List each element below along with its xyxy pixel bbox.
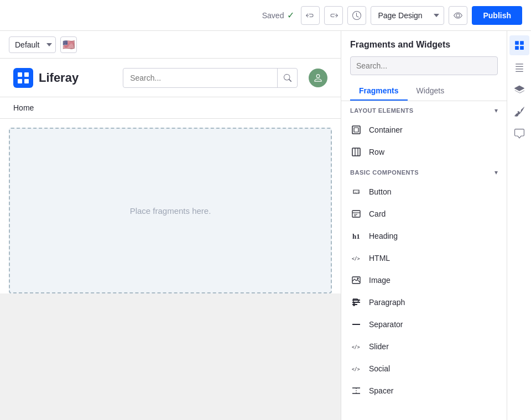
fragment-label-separator: Separator (369, 320, 403, 329)
spacer-icon (350, 385, 362, 397)
page-canvas: Liferay Home Place fragments here. (0, 59, 341, 293)
publish-button[interactable]: Publish (472, 6, 522, 25)
tab-widgets[interactable]: Widgets (408, 82, 454, 101)
fragment-label-container: Container (369, 125, 403, 134)
social-icon: </> (350, 363, 362, 375)
drop-zone[interactable]: Place fragments here. (9, 128, 332, 293)
svg-text:</>: </> (352, 367, 360, 372)
language-flag-button[interactable]: 🇺🇸 (60, 36, 77, 53)
fragment-item-separator[interactable]: Separator (341, 313, 507, 335)
html-icon: </> (350, 252, 362, 264)
panel-content: LAYOUT ELEMENTS ▾ Container (341, 101, 507, 420)
paragraph-icon (350, 296, 362, 308)
panel-search-input[interactable] (351, 61, 497, 70)
fragment-item-container[interactable]: Container (341, 119, 507, 141)
container-icon (350, 124, 362, 136)
svg-rect-2 (18, 79, 22, 83)
page-nav: Home (0, 97, 341, 119)
svg-text:</>: </> (352, 345, 360, 350)
site-logo: Liferay (13, 68, 79, 88)
site-search-input[interactable] (123, 74, 277, 82)
svg-rect-6 (352, 148, 360, 156)
svg-point-17 (357, 278, 359, 280)
fragment-label-spacer: Spacer (369, 386, 393, 395)
basic-components-label: BASIC COMPONENTS (350, 169, 419, 176)
slider-icon: </> (350, 340, 362, 353)
basic-components-chevron-icon: ▾ (494, 169, 498, 176)
fragment-label-html: HTML (369, 254, 390, 262)
panel-tabs: Fragments Widgets (350, 82, 498, 101)
side-icon-brush[interactable] (509, 102, 529, 122)
top-toolbar: Saved ✓ Page Design Master Design Publis… (0, 0, 531, 31)
side-icon-bar (507, 31, 531, 420)
fragment-item-slider[interactable]: </> Slider (341, 335, 507, 358)
right-panel: Fragments and Widgets Fragments Widgets … (341, 31, 507, 420)
side-icon-list[interactable] (509, 57, 529, 77)
undo-button[interactable] (301, 6, 320, 25)
card-icon (350, 208, 362, 220)
fragment-item-social[interactable]: </> Social (341, 358, 507, 380)
preview-button[interactable] (449, 6, 467, 25)
svg-text:</>: </> (355, 191, 360, 194)
fragment-label-paragraph: Paragraph (369, 298, 405, 307)
redo-button[interactable] (324, 6, 343, 25)
fragment-item-button[interactable]: </> Button (341, 181, 507, 203)
fragment-label-slider: Slider (369, 342, 389, 351)
fragment-item-paragraph[interactable]: Paragraph (341, 291, 507, 313)
fragment-item-spacer[interactable]: Spacer (341, 380, 507, 402)
svg-rect-4 (352, 126, 360, 134)
fragment-label-heading: Heading (369, 232, 398, 240)
side-icon-layers[interactable] (509, 80, 529, 99)
svg-rect-31 (520, 46, 524, 50)
fragment-item-heading[interactable]: h1 Heading (341, 225, 507, 247)
row-icon (350, 146, 362, 158)
site-header: Liferay (0, 59, 341, 97)
saved-label: Saved (262, 11, 284, 20)
side-icon-comment[interactable] (509, 124, 529, 144)
svg-rect-5 (354, 128, 358, 132)
main-layout: Default Custom 🇺🇸 Li (0, 31, 531, 420)
fragment-item-card[interactable]: Card (341, 203, 507, 225)
canvas-toolbar: Default Custom 🇺🇸 (0, 31, 341, 59)
svg-text:</>: </> (352, 256, 360, 261)
fragment-label-card: Card (369, 209, 386, 218)
svg-rect-10 (352, 211, 360, 217)
svg-text:h1: h1 (352, 232, 360, 240)
panel-search[interactable] (350, 56, 498, 75)
svg-rect-0 (18, 72, 22, 77)
basic-components-section-header[interactable]: BASIC COMPONENTS ▾ (341, 163, 507, 181)
svg-rect-28 (515, 41, 519, 45)
history-button[interactable] (347, 6, 366, 25)
nav-home-link[interactable]: Home (13, 103, 34, 112)
saved-status: Saved ✓ (262, 10, 295, 20)
fragment-item-row[interactable]: Row (341, 141, 507, 163)
fragment-label-social: Social (369, 364, 390, 373)
user-avatar[interactable] (309, 69, 327, 87)
fragment-label-button: Button (369, 187, 391, 196)
page-design-select[interactable]: Page Design Master Design (371, 6, 444, 25)
layout-elements-label: LAYOUT ELEMENTS (350, 107, 414, 114)
logo-icon (13, 68, 33, 88)
fragment-item-html[interactable]: </> HTML (341, 247, 507, 269)
svg-rect-30 (515, 46, 519, 50)
site-search[interactable] (123, 68, 298, 88)
tab-fragments[interactable]: Fragments (350, 82, 408, 101)
separator-icon (350, 318, 362, 330)
svg-rect-1 (24, 72, 29, 77)
layout-chevron-icon: ▾ (494, 107, 498, 114)
check-icon: ✓ (287, 10, 294, 20)
default-select[interactable]: Default Custom (9, 36, 56, 53)
fragment-item-image[interactable]: Image (341, 269, 507, 291)
site-search-button[interactable] (277, 68, 297, 88)
svg-rect-29 (520, 41, 524, 45)
logo-text: Liferay (39, 71, 79, 85)
fragment-label-row: Row (369, 148, 384, 156)
panel-title: Fragments and Widgets (350, 40, 498, 50)
svg-rect-3 (24, 79, 29, 83)
drop-zone-text: Place fragments here. (130, 206, 211, 216)
heading-icon: h1 (350, 230, 362, 242)
canvas-area: Default Custom 🇺🇸 Li (0, 31, 341, 420)
side-icon-grid[interactable] (509, 35, 529, 55)
layout-elements-section-header[interactable]: LAYOUT ELEMENTS ▾ (341, 101, 507, 119)
fragment-label-image: Image (369, 276, 391, 285)
